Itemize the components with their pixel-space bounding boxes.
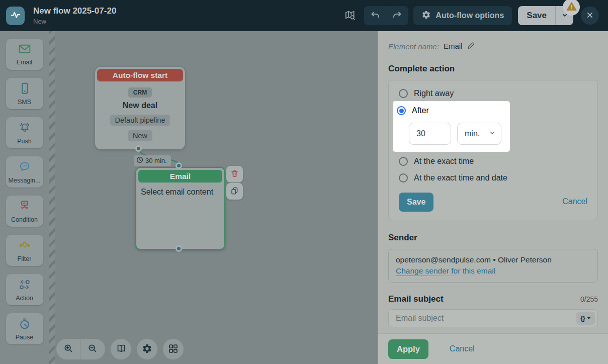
zoom-out-icon <box>87 343 98 355</box>
undo-redo-group <box>364 6 408 25</box>
pencil-icon[interactable] <box>467 41 475 51</box>
minimap-button[interactable] <box>111 339 131 359</box>
email-node-body: Select email content <box>141 188 220 197</box>
panel-cancel-link[interactable]: Cancel <box>450 344 475 353</box>
palette-label: SMS <box>18 99 31 106</box>
autoflow-options-button[interactable]: Auto-flow options <box>413 6 512 25</box>
palette-item-push[interactable]: Push <box>6 117 43 148</box>
redo-button[interactable] <box>386 6 408 25</box>
caret-down-icon <box>587 317 591 319</box>
zoom-in-button[interactable] <box>56 339 80 359</box>
palette-item-condition[interactable]: Condition <box>6 196 43 227</box>
option-right-away[interactable]: Right away <box>399 87 587 100</box>
palette-resize-handle[interactable] <box>49 31 55 364</box>
close-button[interactable] <box>581 7 599 25</box>
redo-icon <box>392 10 403 22</box>
chat-icon <box>18 160 32 175</box>
palette-item-email[interactable]: Email <box>6 39 43 70</box>
edge-delay-text: 30 min. <box>145 157 167 164</box>
palette-item-action[interactable]: Action <box>6 274 43 305</box>
variables-icon: {} <box>580 314 585 322</box>
transfer-icon <box>18 278 32 293</box>
stopwatch-icon <box>18 317 32 332</box>
preview-button[interactable] <box>341 7 359 25</box>
apply-button[interactable]: Apply <box>388 339 428 359</box>
bell-icon <box>18 121 32 136</box>
zoom-in-icon <box>63 343 74 355</box>
subject-char-counter: 0/255 <box>580 295 598 303</box>
flow-subtitle: New <box>33 18 116 25</box>
canvas-settings-button[interactable] <box>137 339 157 359</box>
email-subject-input[interactable] <box>388 309 598 327</box>
palette-item-filter[interactable]: Filter <box>6 235 43 266</box>
email-subject-heading: Email subject <box>388 294 444 304</box>
email-node[interactable]: Email Select email content <box>135 167 225 250</box>
palette-label: Condition <box>11 216 38 223</box>
radio-unselected[interactable] <box>399 157 408 166</box>
close-icon <box>585 11 594 21</box>
phone-icon <box>18 82 31 97</box>
map-preview-icon <box>343 9 357 23</box>
start-node-header: Auto-flow start <box>97 69 183 81</box>
gear-icon <box>421 10 431 22</box>
zoom-out-button[interactable] <box>80 339 105 359</box>
workspace: Email SMS Push Messagin... Condition <box>0 31 608 364</box>
branch-icon <box>18 200 32 215</box>
option-label: At the exact time and date <box>414 173 507 183</box>
save-button[interactable]: Save <box>518 6 555 25</box>
palette-label: Action <box>16 295 33 302</box>
option-label: Right away <box>414 89 454 98</box>
start-node-output-port[interactable] <box>135 145 142 152</box>
grid-icon <box>168 343 179 355</box>
flow-title: New flow 2025-07-20 <box>33 6 116 16</box>
undo-button[interactable] <box>364 6 386 25</box>
radio-selected[interactable] <box>397 106 406 115</box>
undo-icon <box>370 10 381 22</box>
sender-box: opeterson@sendpulse.com • Oliver Peterso… <box>388 249 598 283</box>
change-sender-link[interactable]: Change sender for this email <box>396 266 495 276</box>
email-node-header: Email <box>138 170 222 183</box>
sender-heading: Sender <box>388 233 598 243</box>
sender-value: opeterson@sendpulse.com • Oliver Peterso… <box>396 254 590 265</box>
option-label: At the exact time <box>414 157 474 166</box>
palette-label: Messagin... <box>9 177 41 184</box>
option-after[interactable]: After <box>397 105 510 117</box>
copy-icon <box>230 186 239 197</box>
option-exact-time[interactable]: At the exact time <box>399 155 587 167</box>
palette-label: Email <box>17 59 32 66</box>
envelope-icon <box>18 43 32 57</box>
flow-canvas[interactable]: Auto-flow start CRM New deal Default pip… <box>55 31 378 364</box>
pulse-logo-icon <box>9 8 22 23</box>
palette-item-sms[interactable]: SMS <box>6 78 43 109</box>
insert-variable-button[interactable]: {} <box>576 312 595 325</box>
book-map-icon <box>116 343 127 355</box>
delay-value-input[interactable] <box>409 123 451 145</box>
radio-unselected[interactable] <box>399 89 408 98</box>
radio-unselected[interactable] <box>399 173 408 183</box>
save-split-button: Save <box>518 6 573 25</box>
element-name-value[interactable]: Email <box>444 42 463 51</box>
warning-badge <box>563 0 580 16</box>
start-node-title: New deal <box>123 101 157 110</box>
elements-grid-button[interactable] <box>163 339 184 359</box>
delete-node-button[interactable] <box>226 166 243 183</box>
delay-unit-select[interactable]: min. <box>457 123 501 145</box>
option-exact-time-date[interactable]: At the exact time and date <box>399 172 587 184</box>
start-node-stage: New <box>128 130 152 141</box>
clock-icon <box>136 156 143 165</box>
copy-node-button[interactable] <box>226 183 243 200</box>
complete-action-save-button[interactable]: Save <box>399 193 433 212</box>
after-spotlight: After min. <box>393 101 510 152</box>
zoom-controls <box>56 339 105 359</box>
complete-action-card: Right away After min. <box>388 80 598 220</box>
email-node-output-port[interactable] <box>176 245 182 252</box>
gear-icon <box>142 343 152 355</box>
complete-action-cancel-link[interactable]: Cancel <box>562 197 587 207</box>
trash-icon <box>230 169 239 180</box>
email-node-input-port[interactable] <box>176 162 182 169</box>
start-node-pipeline: Default pipeline <box>110 115 170 126</box>
palette-item-messaging[interactable]: Messagin... <box>6 156 43 188</box>
edge-delay-label[interactable]: 30 min. <box>134 155 171 166</box>
palette-item-pause[interactable]: Pause <box>6 313 43 344</box>
start-node[interactable]: Auto-flow start CRM New deal Default pip… <box>95 67 185 149</box>
